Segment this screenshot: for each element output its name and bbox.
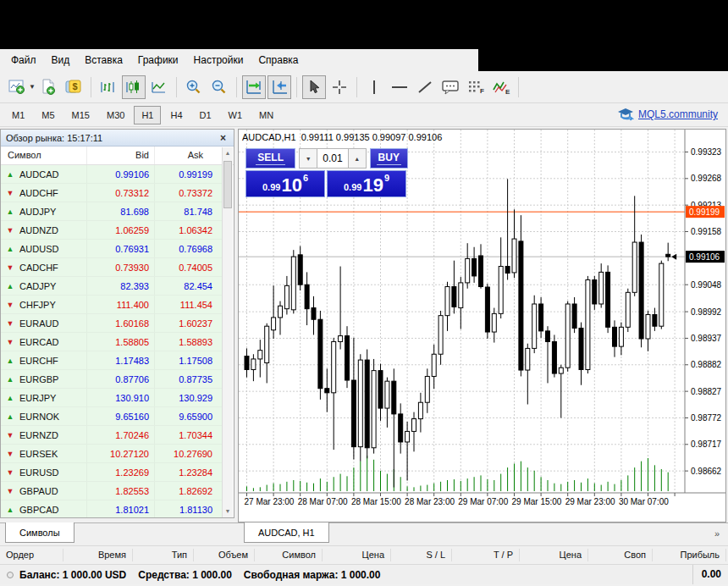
timeframe-h1[interactable]: H1 <box>134 106 161 124</box>
market-watch-row-eurjpy[interactable]: ▲EURJPY130.910130.929 <box>1 389 223 407</box>
symbol-name: EURUSD <box>19 463 87 481</box>
ask-value: 10.27690 <box>155 445 219 462</box>
svg-text:0.98882: 0.98882 <box>691 360 722 369</box>
bid-value: 1.60168 <box>87 314 155 332</box>
volume-up-button[interactable]: ▲ <box>348 148 367 169</box>
ask-value: 81.748 <box>155 202 219 220</box>
buy-price-panel[interactable]: 0.99 19 9 <box>327 170 406 197</box>
timeframe-m30[interactable]: M30 <box>99 106 132 124</box>
market-watch-row-audnzd[interactable]: ▼AUDNZD1.062591.06342 <box>1 221 223 240</box>
menu-item-3[interactable]: Графики <box>130 51 186 69</box>
market-watch-row-eurusd[interactable]: ▼EURUSD1.232691.23284 <box>1 463 223 482</box>
menu-item-4[interactable]: Настройки <box>186 51 251 69</box>
symbol-name: EURAUD <box>19 314 87 332</box>
trendline-button[interactable] <box>413 75 437 99</box>
market-watch-row-eurnok[interactable]: ▲EURNOK9.651609.65900 <box>1 407 223 426</box>
horizontal-line-button[interactable] <box>388 75 411 99</box>
svg-text:29 Mar 23:00: 29 Mar 23:00 <box>565 497 615 506</box>
market-watch-scrollbar[interactable]: ▲ ▼ <box>222 147 233 517</box>
cursor-button[interactable] <box>302 75 326 99</box>
text-label-button[interactable] <box>438 75 462 99</box>
timeframe-m1[interactable]: M1 <box>4 106 32 124</box>
market-watch-rows: ▲AUDCAD0.991060.99199▼AUDCHF0.733120.733… <box>1 165 223 517</box>
sell-button[interactable]: SELL <box>245 148 295 169</box>
timeframe-w1[interactable]: W1 <box>221 106 251 124</box>
symbol-name: AUDCAD <box>19 165 87 183</box>
market-watch-row-cadjpy[interactable]: ▲CADJPY82.39382.454 <box>1 277 223 296</box>
market-watch-row-euraud[interactable]: ▼EURAUD1.601681.60237 <box>1 314 223 333</box>
symbol-name: EURNZD <box>19 426 87 444</box>
market-watch-row-cadchf[interactable]: ▼CADCHF0.739300.74005 <box>1 258 223 277</box>
menu-item-0[interactable]: Файл <box>3 51 44 69</box>
symbol-name: EURGBP <box>19 370 87 388</box>
tab-chart-audcad-h1[interactable]: AUDCAD, H1 <box>244 522 329 543</box>
ask-value: 1.58893 <box>155 333 219 351</box>
market-watch-row-audcad[interactable]: ▲AUDCAD0.991060.99199 <box>1 165 223 184</box>
tab-symbols[interactable]: Символы <box>5 522 74 543</box>
up-arrow-icon: ▲ <box>1 375 19 384</box>
market-watch-title-bar[interactable]: Обзор рынка: 15:17:11 × <box>1 130 234 146</box>
timeframe-m5[interactable]: M5 <box>34 106 62 124</box>
chart-shift-button[interactable] <box>267 75 291 99</box>
timeframe-d1[interactable]: D1 <box>192 106 219 124</box>
svg-text:0.99323: 0.99323 <box>691 147 722 157</box>
ask-value: 82.454 <box>155 277 219 295</box>
sell-price-panel[interactable]: 0.99 10 6 <box>245 170 325 197</box>
market-watch-row-chfjpy[interactable]: ▼CHFJPY111.400111.454 <box>1 296 223 314</box>
toolbar-separator <box>176 77 177 97</box>
bar-chart-mode-button[interactable] <box>97 75 120 99</box>
market-watch-row-eurchf[interactable]: ▲EURCHF1.174831.17508 <box>1 351 223 370</box>
market-watch-row-eurgbp[interactable]: ▲EURGBP0.877060.87735 <box>1 370 223 389</box>
menu-item-1[interactable]: Вид <box>44 51 78 69</box>
market-watch-row-gbpcad[interactable]: ▲GBPCAD1.810211.81130 <box>1 500 223 517</box>
new-chart-button[interactable] <box>6 75 30 99</box>
timeframe-h4[interactable]: H4 <box>163 106 190 124</box>
fibonacci-button[interactable]: F <box>464 75 488 99</box>
scroll-down-icon[interactable]: ▼ <box>223 506 233 517</box>
trade-dollar-button[interactable]: $ <box>62 75 85 99</box>
market-watch-row-eurcad[interactable]: ▼EURCAD1.588051.58893 <box>1 333 223 351</box>
tab-overflow-icon[interactable]: » <box>714 528 720 539</box>
close-icon[interactable]: × <box>218 132 229 144</box>
new-order-page-button[interactable] <box>36 75 60 99</box>
symbol-name: CHFJPY <box>19 296 87 313</box>
chart-window[interactable]: 0.993230.992680.992130.991580.990480.989… <box>238 129 726 522</box>
bottom-tab-strip: Символы AUDCAD, H1 » <box>0 522 728 545</box>
zoom-in-button[interactable] <box>182 75 206 99</box>
scrollbar-thumb[interactable] <box>223 161 232 208</box>
svg-text:29 Mar 07:00: 29 Mar 07:00 <box>458 497 508 506</box>
vertical-line-button[interactable] <box>362 75 386 99</box>
timeframe-m15[interactable]: M15 <box>64 106 97 124</box>
market-watch-row-audusd[interactable]: ▲AUDUSD0.769310.76968 <box>1 240 223 258</box>
menu-item-5[interactable]: Справка <box>251 51 306 69</box>
buy-button[interactable]: BUY <box>370 148 409 169</box>
scroll-up-icon[interactable]: ▲ <box>223 147 233 159</box>
market-watch-row-eurnzd[interactable]: ▼EURNZD1.702461.70344 <box>1 426 223 445</box>
bid-value: 1.70246 <box>87 426 155 444</box>
ask-value: 9.65900 <box>155 407 219 425</box>
toolbar: ▼ $ F <box>0 71 728 103</box>
line-chart-mode-button[interactable] <box>147 75 171 99</box>
ask-value: 0.76968 <box>155 240 219 257</box>
svg-text:0.98992: 0.98992 <box>691 307 722 317</box>
symbol-name: EURJPY <box>19 389 87 406</box>
volume-input[interactable]: 0.01 <box>317 148 348 169</box>
market-watch-row-gbpaud[interactable]: ▼GBPAUD1.825531.82692 <box>1 482 223 500</box>
indicators-button[interactable]: E <box>489 75 513 99</box>
auto-scroll-button[interactable] <box>242 75 266 99</box>
volume-down-button[interactable]: ▼ <box>299 148 317 169</box>
column-symbol: Символ <box>1 146 87 164</box>
svg-text:28 Mar 23:00: 28 Mar 23:00 <box>405 497 455 506</box>
mql5-community-link[interactable]: MQL5.community <box>617 108 718 121</box>
ask-value: 1.70344 <box>155 426 219 444</box>
timeframe-mn[interactable]: MN <box>251 106 281 124</box>
market-watch-row-audjpy[interactable]: ▲AUDJPY81.69881.748 <box>1 202 223 221</box>
menu-item-2[interactable]: Вставка <box>77 51 130 69</box>
crosshair-button[interactable] <box>328 75 351 99</box>
zoom-out-button[interactable] <box>207 75 231 99</box>
status-bar: Баланс: 1 000.00 USD Средства: 1 000.00 … <box>0 565 728 584</box>
candlestick-mode-button[interactable] <box>122 75 146 99</box>
market-watch-row-eursek[interactable]: ▼EURSEK10.2712010.27690 <box>1 445 223 463</box>
new-chart-dropdown-icon[interactable]: ▼ <box>29 83 36 91</box>
market-watch-row-audchf[interactable]: ▼AUDCHF0.733120.73372 <box>1 184 223 202</box>
